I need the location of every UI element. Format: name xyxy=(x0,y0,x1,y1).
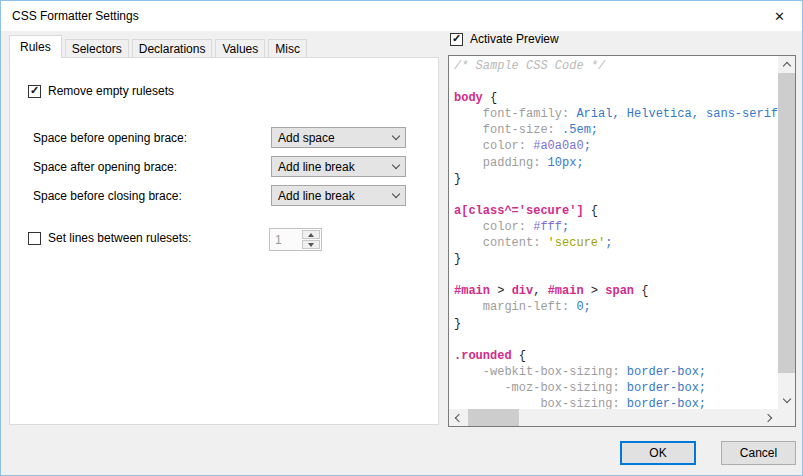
tab-rules[interactable]: Rules xyxy=(9,35,62,58)
code-line: a[class^='secure'] { xyxy=(454,203,778,219)
code-line: color: #fff; xyxy=(454,219,778,235)
spinner-buttons xyxy=(302,230,320,249)
code-token-hex: #fff xyxy=(526,220,562,234)
tab-selectors[interactable]: Selectors xyxy=(65,39,129,57)
scroll-left-button[interactable] xyxy=(449,409,466,426)
code-token-prop: -moz-box-sizing: xyxy=(454,381,620,395)
code-line: color: #a0a0a0; xyxy=(454,138,778,154)
activate-preview-row: ✓ Activate Preview xyxy=(450,32,559,46)
form-row-space-before-closing-brace: Space before closing brace:Add line brea… xyxy=(10,185,438,206)
code-token-prop: content: xyxy=(454,236,540,250)
chevron-left-icon xyxy=(455,413,463,421)
activate-preview-checkbox[interactable]: ✓ xyxy=(450,33,463,46)
code-token-val: 0; xyxy=(569,300,591,314)
code-line xyxy=(454,267,778,283)
code-token-sel: #main xyxy=(454,284,490,298)
scroll-right-button[interactable] xyxy=(761,409,778,426)
chevron-right-icon xyxy=(764,413,772,421)
remove-empty-rulesets-label: Remove empty rulesets xyxy=(48,84,174,98)
tab-misc[interactable]: Misc xyxy=(268,39,307,57)
code-token-val: Arial, Helvetica, sans-serif; xyxy=(569,107,778,121)
check-icon: ✓ xyxy=(452,33,461,44)
activate-preview-label: Activate Preview xyxy=(470,32,559,46)
dropdown-selected-value: Add space xyxy=(278,131,393,145)
vertical-scrollbar-thumb[interactable] xyxy=(778,73,795,373)
code-token-prop: box-sizing: xyxy=(454,397,620,409)
tab-label: Rules xyxy=(20,40,51,54)
code-token-sel: span xyxy=(605,284,634,298)
spinner-up-icon xyxy=(308,233,314,237)
remove-empty-rulesets-checkbox[interactable]: ✓ xyxy=(28,85,41,98)
code-token-pun: } xyxy=(454,172,461,186)
code-token-val: .5em; xyxy=(555,123,598,137)
code-token-pun: { xyxy=(634,284,648,298)
css-formatter-settings-dialog: CSS Formatter Settings ✕ RulesSelectorsD… xyxy=(0,0,803,476)
code-line: } xyxy=(454,316,778,332)
vertical-scrollbar[interactable] xyxy=(778,56,795,409)
code-line: box-sizing: border-box; xyxy=(454,396,778,409)
scroll-down-button[interactable] xyxy=(778,392,795,409)
code-token-val: ; xyxy=(562,220,569,234)
code-token-pun: { xyxy=(512,349,526,363)
code-token-hex: #a0a0a0 xyxy=(526,139,584,153)
code-line: content: 'secure'; xyxy=(454,235,778,251)
lines-between-rulesets-spinner[interactable]: 1 xyxy=(269,228,322,251)
code-token-val: 10px; xyxy=(540,156,583,170)
field-label: Space before opening brace: xyxy=(33,131,187,145)
code-line: -webkit-box-sizing: border-box; xyxy=(454,364,778,380)
css-preview-pane: /* Sample CSS Code */ body { font-family… xyxy=(448,55,796,427)
code-token-str: 'secure' xyxy=(540,236,605,250)
horizontal-scrollbar[interactable] xyxy=(449,409,778,426)
code-token-com: /* Sample CSS Code */ xyxy=(454,59,605,73)
dropdown-space-before-closing-brace[interactable]: Add line break xyxy=(271,185,406,206)
code-line: #main > div, #main > span { xyxy=(454,283,778,299)
dropdown-space-after-opening-brace[interactable]: Add line break xyxy=(271,156,406,177)
code-token-sel: #main xyxy=(548,284,584,298)
code-line: padding: 10px; xyxy=(454,155,778,171)
tab-label: Values xyxy=(222,42,258,56)
code-token-prop: margin-left: xyxy=(454,300,569,314)
chevron-down-icon xyxy=(392,161,400,169)
scroll-up-button[interactable] xyxy=(778,56,795,73)
remove-empty-rulesets-row: ✓ Remove empty rulesets xyxy=(28,84,174,98)
code-token-pun: } xyxy=(454,317,461,331)
chevron-down-icon xyxy=(392,132,400,140)
rules-tab-panel: ✓ Remove empty rulesets Space before ope… xyxy=(9,57,439,425)
code-line: margin-left: 0; xyxy=(454,299,778,315)
tab-label: Selectors xyxy=(72,42,122,56)
code-line: } xyxy=(454,251,778,267)
tab-strip: RulesSelectorsDeclarationsValuesMisc xyxy=(9,35,310,58)
cancel-button-label: Cancel xyxy=(740,446,777,460)
spinner-up-button[interactable] xyxy=(302,230,320,239)
code-token-sel: div xyxy=(512,284,534,298)
code-token-prop: color: xyxy=(454,220,526,234)
horizontal-scrollbar-thumb[interactable] xyxy=(468,409,519,426)
code-token-sel: .rounded xyxy=(454,349,512,363)
code-line: body { xyxy=(454,90,778,106)
code-line: font-family: Arial, Helvetica, sans-seri… xyxy=(454,106,778,122)
dropdown-space-before-opening-brace[interactable]: Add space xyxy=(271,127,406,148)
code-token-prop: font-family: xyxy=(454,107,569,121)
spinner-value: 1 xyxy=(270,229,302,250)
chevron-down-icon xyxy=(782,395,790,403)
code-token-sel: body xyxy=(454,91,483,105)
code-line xyxy=(454,332,778,348)
lines-between-spinner-row: 1 xyxy=(10,230,438,251)
code-token-val: border-box; xyxy=(620,365,706,379)
code-line: font-size: .5em; xyxy=(454,122,778,138)
spinner-down-button[interactable] xyxy=(302,240,320,249)
tab-declarations[interactable]: Declarations xyxy=(132,39,213,57)
field-label: Space after opening brace: xyxy=(33,160,177,174)
chevron-down-icon xyxy=(392,190,400,198)
close-button[interactable]: ✕ xyxy=(757,1,802,31)
ok-button[interactable]: OK xyxy=(620,441,696,465)
tab-label: Misc xyxy=(275,42,300,56)
code-token-prop: color: xyxy=(454,139,526,153)
code-token-sel: a[class^='secure'] xyxy=(454,204,584,218)
ok-button-label: OK xyxy=(649,446,666,460)
code-token-prop: padding: xyxy=(454,156,540,170)
cancel-button[interactable]: Cancel xyxy=(721,441,796,465)
code-token-prop: -webkit-box-sizing: xyxy=(454,365,620,379)
tab-values[interactable]: Values xyxy=(215,39,265,57)
code-token-val: border-box; xyxy=(620,381,706,395)
